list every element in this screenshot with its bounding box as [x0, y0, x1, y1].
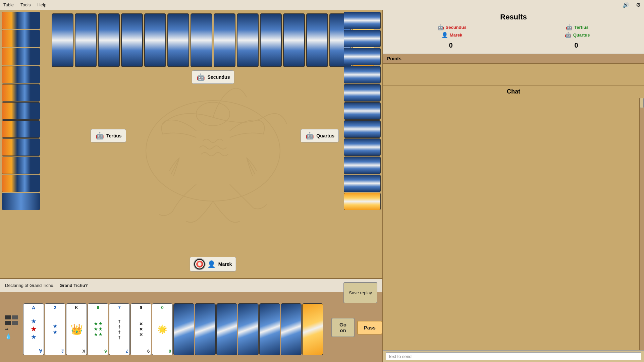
hand-card-6[interactable]: 6 ★★ ★★ ★★ 6: [88, 303, 108, 355]
opponent-card: [144, 13, 166, 67]
hand-card-back-3[interactable]: [216, 303, 237, 355]
hand-card-special[interactable]: 0 🌟 0: [152, 303, 173, 355]
left-pile-card: [2, 157, 40, 174]
chat-title: Chat: [507, 88, 520, 95]
player-top-name: Secundus: [208, 74, 230, 80]
opponent-card: [283, 13, 305, 67]
left-pile-card: [2, 175, 40, 192]
teams-row: 🤖 Secundus 👤 Marek 🤖 Tertius 🤖: [388, 24, 639, 38]
player-right-name: Quartus: [316, 133, 334, 138]
status-message: Declaring of Grand Tichu.: [5, 283, 54, 288]
left-pile: [0, 10, 44, 218]
go-on-button[interactable]: Go on: [331, 318, 355, 337]
table-area: 🤖 Secundus 🤖 Tertius 🤖 Quartus ⭕ 👤 Marek: [0, 10, 382, 278]
hand-card-back-2[interactable]: [195, 303, 216, 355]
top-cards-area: [44, 12, 382, 70]
svg-point-1: [196, 102, 230, 126]
opponent-card: [75, 13, 97, 67]
left-pile-card: [2, 84, 40, 102]
menu-tools[interactable]: Tools: [20, 2, 31, 7]
player-bottom-ring: ⭕: [194, 259, 205, 269]
points-label: Points: [387, 56, 401, 61]
hand-card-back-7[interactable]: [302, 303, 323, 355]
center-play: 🤖 Secundus 🤖 Tertius 🤖 Quartus ⭕ 👤 Marek: [44, 10, 382, 278]
results-header: Results 🤖 Secundus 👤 Marek 🤖 Tertiu: [383, 10, 644, 54]
team1-score: 0: [449, 42, 452, 49]
hand-card-king[interactable]: K 👑 K: [66, 303, 87, 355]
player-right-label: 🤖 Quartus: [301, 129, 339, 142]
right-pile-card: [344, 12, 381, 29]
left-pile-card: [2, 193, 40, 210]
score-icon-3: [5, 321, 11, 325]
player-left-avatar: 🤖: [95, 131, 104, 140]
score-icons: ➡ 💧: [5, 315, 18, 340]
left-pile-card: [2, 102, 40, 120]
right-pile-card: [344, 175, 381, 192]
points-display: [383, 64, 644, 85]
team2-score: 0: [574, 42, 578, 49]
left-pile-card: [2, 30, 40, 47]
menu-help[interactable]: Help: [37, 2, 46, 7]
wish-icon: 💧: [5, 333, 18, 340]
save-replay-button[interactable]: Save replay: [343, 282, 377, 303]
player-right-avatar: 🤖: [305, 131, 314, 140]
player-tertius-avatar: 🤖: [566, 24, 573, 31]
menu-table[interactable]: Table: [3, 2, 14, 7]
left-pile-card: [2, 120, 40, 138]
hand-card-2[interactable]: 2 ★ ★ 2: [45, 303, 65, 355]
player-top-label: 🤖 Secundus: [192, 70, 234, 84]
points-bar: Points: [383, 54, 644, 64]
player-bottom-avatar: 👤: [207, 259, 216, 269]
score-icon-2: [12, 315, 18, 319]
arrow-icon: ➡: [5, 327, 18, 331]
player-bottom-name: Marek: [218, 261, 232, 267]
team2-entry: 🤖 Tertius 🤖 Quartus: [565, 24, 590, 38]
left-pile-card: [2, 66, 40, 83]
game-area: 🤖 Secundus 🤖 Tertius 🤖 Quartus ⭕ 👤 Marek: [0, 10, 382, 362]
left-pile-card: [2, 48, 40, 65]
chat-area: [383, 98, 644, 350]
score-icon-4: [12, 321, 18, 325]
opponent-card: [214, 13, 235, 67]
results-title: Results: [388, 13, 639, 21]
icon-sound[interactable]: 🔊: [623, 2, 629, 8]
hand-card-back-1[interactable]: [173, 303, 194, 355]
bottom-controls-area: ➡ 💧 A ★ ★ ★ A: [0, 292, 382, 362]
player-bottom-label: ⭕ 👤 Marek: [190, 257, 236, 272]
player-quartus-name: Quartus: [573, 33, 590, 38]
player-secundus-avatar: 🤖: [437, 24, 444, 31]
player-left-label: 🤖 Tertius: [91, 129, 126, 142]
right-panel: Results 🤖 Secundus 👤 Marek 🤖 Tertiu: [382, 10, 644, 362]
chat-header: Chat: [383, 85, 644, 98]
opponent-card: [98, 13, 120, 67]
right-pile-card: [344, 102, 381, 120]
opponent-card: [260, 13, 282, 67]
hand-card-ace[interactable]: A ★ ★ ★ A: [23, 303, 44, 355]
right-pile-card: [344, 30, 381, 47]
status-question: Grand Tichu?: [59, 283, 88, 288]
right-pile-card: [344, 48, 381, 65]
player-marek-name: Marek: [450, 33, 463, 38]
opponent-card: [191, 13, 212, 67]
svg-point-0: [146, 101, 280, 201]
icon-settings[interactable]: ⚙: [636, 2, 641, 8]
main-layout: 🤖 Secundus 🤖 Tertius 🤖 Quartus ⭕ 👤 Marek: [0, 10, 644, 362]
chat-scrollbar[interactable]: [639, 98, 644, 350]
right-pile: [342, 10, 382, 218]
hand-card-back-6[interactable]: [281, 303, 302, 355]
chat-input[interactable]: [386, 352, 641, 360]
player-marek-avatar: 👤: [441, 32, 448, 38]
right-pile-card: [344, 120, 381, 138]
hand-card-7[interactable]: 7 † † † † 7: [109, 303, 130, 355]
opponent-card: [237, 13, 259, 67]
status-line: Declaring of Grand Tichu. Grand Tichu?: [0, 279, 382, 292]
pass-button[interactable]: Pass: [357, 321, 382, 335]
player-hand[interactable]: A ★ ★ ★ A 2 ★ ★: [23, 300, 323, 355]
chat-scroll-thumb[interactable]: [640, 98, 644, 108]
hand-card-back-5[interactable]: [259, 303, 280, 355]
hand-card-9[interactable]: 9 ✕ ✕ ✕ 9: [130, 303, 151, 355]
score-icon-1: [5, 315, 11, 319]
player-top-avatar: 🤖: [196, 72, 206, 82]
hand-card-back-4[interactable]: [238, 303, 259, 355]
player-secundus-name: Secundus: [446, 25, 467, 30]
